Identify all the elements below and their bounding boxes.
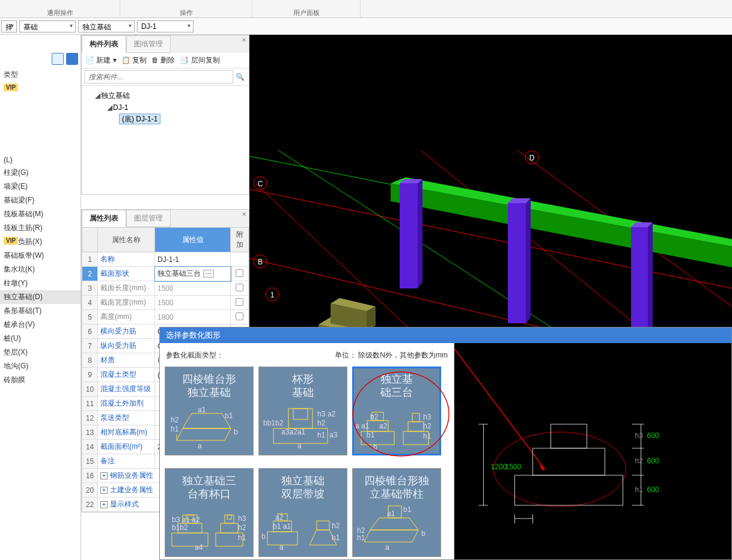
- component-tree: ◢独立基础 ◢DJ-1 (底) DJ-1-1: [82, 86, 249, 194]
- svg-text:h2: h2: [635, 457, 644, 465]
- unit-note: 单位： 除级数N外，其他参数为mm: [335, 350, 448, 361]
- list-view-icon[interactable]: [52, 53, 64, 65]
- copy-button[interactable]: 📋 复制: [121, 55, 147, 65]
- svg-marker-27: [526, 198, 531, 323]
- svg-text:b1: b1: [403, 505, 412, 514]
- shape-option[interactable]: 独立基础三台有杯口b3 a1 a2b1b2a4h3h2h1: [165, 468, 254, 557]
- shape-option[interactable]: 独立基础双层带坡ba2b1 a1ah2h1: [258, 468, 347, 557]
- tree-dj1[interactable]: ◢DJ-1: [84, 102, 246, 113]
- tab-drawing-mgmt[interactable]: 图纸管理: [126, 35, 171, 53]
- nav-item[interactable]: 筏板基础(M): [0, 207, 81, 221]
- shape-preview: 1200 1500 h3 600 h2 600 h1 600: [454, 343, 731, 559]
- svg-rect-71: [412, 413, 419, 422]
- grid-view-icon[interactable]: [66, 53, 78, 65]
- property-row[interactable]: 2截面形状独立基础三台⋯: [82, 267, 249, 281]
- new-button[interactable]: 📄 新建 ▾: [85, 55, 117, 65]
- svg-text:h1: h1: [171, 425, 179, 433]
- nav-item[interactable]: 集水坑(K): [0, 263, 81, 276]
- col-value: 属性值: [155, 228, 231, 252]
- svg-marker-100: [364, 530, 418, 542]
- ribbon-group-user: 用户面板: [293, 8, 320, 17]
- nav-item[interactable]: 桩承台(V): [0, 318, 81, 332]
- svg-text:600: 600: [647, 457, 659, 465]
- panel-close-icon[interactable]: ✕: [242, 37, 246, 43]
- svg-rect-112: [515, 475, 623, 505]
- nav-item[interactable]: 柱梁(G): [0, 166, 81, 180]
- svg-text:a1: a1: [198, 406, 206, 414]
- svg-rect-113: [533, 448, 605, 475]
- tree-root[interactable]: ◢独立基础: [84, 90, 246, 102]
- search-icon[interactable]: 🔍: [233, 70, 246, 84]
- nav-item[interactable]: 墙梁(E): [0, 180, 81, 193]
- dialog-title: 选择参数化图形: [160, 327, 731, 343]
- combo-select[interactable]: 择: [1, 20, 17, 32]
- shape-grid: 四棱锥台形独立基础h1h2aba1b1杯形基础bb1b2a3a2a1h3h2h1…: [165, 367, 449, 560]
- shape-option[interactable]: 独立基础三台a a1b2a2b1bh3h2h1: [352, 367, 441, 455]
- vip-badge: VIP: [4, 84, 18, 91]
- nav-item[interactable]: 基础梁(F): [0, 193, 81, 207]
- svg-text:b1 a1: b1 a1: [273, 522, 291, 531]
- svg-text:h1: h1: [238, 534, 246, 542]
- nav-item[interactable]: 独立基础(D): [0, 290, 81, 304]
- property-row[interactable]: 4截面宽度(mm)1500: [82, 296, 249, 310]
- nav-item[interactable]: 地沟(G): [0, 359, 81, 373]
- type-label: 类型: [0, 67, 81, 82]
- combo-type[interactable]: 独立基础: [78, 20, 135, 32]
- prop-close-icon[interactable]: ✕: [242, 211, 246, 218]
- nav-item[interactable]: 垫层(X): [0, 345, 81, 359]
- shape-option[interactable]: 杯形基础bb1b2a3a2a1h3h2h1a2a3a: [258, 367, 347, 455]
- nav-item[interactable]: (L): [0, 154, 81, 166]
- svg-text:h2: h2: [238, 523, 246, 532]
- svg-text:a3: a3: [329, 431, 338, 439]
- tree-dj1-1[interactable]: (底) DJ-1-1: [84, 113, 246, 126]
- shape-option[interactable]: 四棱锥台形独立基础h1h2aba1b1: [165, 367, 254, 455]
- shape-option[interactable]: 四棱锥台形独立基础带柱h2h1abb1a1: [352, 468, 441, 557]
- svg-text:b1: b1: [225, 412, 233, 420]
- svg-rect-97: [317, 521, 329, 530]
- nav-item[interactable]: 基础板带(W): [0, 249, 81, 263]
- delete-button[interactable]: 🗑 删除: [151, 55, 175, 65]
- nav-item[interactable]: 条形基础(T): [0, 304, 81, 318]
- property-row[interactable]: 5高度(mm)1800: [82, 310, 249, 324]
- svg-marker-101: [370, 518, 418, 530]
- nav-item[interactable]: 筏板主筋(R): [0, 221, 81, 235]
- svg-text:600: 600: [647, 431, 659, 440]
- ribbon: 通用操作 操作 用户面板: [0, 0, 732, 18]
- nav-list: (L)柱梁(G)墙梁(E)基础梁(F)筏板基础(M)筏板主筋(R)筏板负筋(X)…: [0, 153, 81, 388]
- component-panel: 构件列表 图纸管理 ✕ 📄 新建 ▾ 📋 复制 🗑 删除 📑 层间复制 🔍 ◢独…: [81, 35, 249, 195]
- svg-rect-51: [288, 409, 313, 428]
- combo-category[interactable]: 基础: [19, 20, 76, 32]
- tab-layer-mgmt[interactable]: 图层管理: [126, 210, 171, 227]
- svg-text:b1b2: b1b2: [172, 523, 188, 532]
- tab-component-list[interactable]: 构件列表: [82, 35, 126, 53]
- svg-text:a4: a4: [195, 543, 203, 551]
- svg-marker-24: [418, 179, 422, 288]
- svg-text:b: b: [373, 443, 377, 449]
- svg-text:a2: a2: [328, 410, 336, 418]
- floor-copy-button[interactable]: 📑 层间复制: [180, 55, 219, 65]
- svg-rect-85: [227, 515, 231, 519]
- svg-line-109: [455, 349, 545, 469]
- svg-marker-20: [391, 183, 732, 267]
- property-row[interactable]: 1名称DJ-1-1: [82, 252, 249, 267]
- nav-item[interactable]: 砖胎膜: [0, 373, 81, 387]
- search-input[interactable]: [84, 70, 233, 84]
- col-extra: 附加: [231, 228, 249, 252]
- svg-text:b: b: [261, 532, 266, 541]
- nav-item[interactable]: 桩(U): [0, 332, 81, 345]
- svg-text:a3a2a1: a3a2a1: [281, 428, 305, 436]
- combo-instance[interactable]: DJ-1: [137, 20, 194, 32]
- svg-marker-110: [539, 463, 545, 470]
- nav-item[interactable]: 柱墩(Y): [0, 276, 81, 290]
- svg-text:a a1: a a1: [355, 422, 370, 430]
- svg-text:h3: h3: [423, 413, 432, 421]
- svg-text:h1: h1: [332, 534, 340, 542]
- svg-text:b1: b1: [367, 431, 375, 439]
- svg-text:a1: a1: [387, 510, 395, 518]
- shape-type-label: 参数化截面类型：: [166, 350, 224, 361]
- tab-property-list[interactable]: 属性列表: [82, 210, 126, 227]
- svg-text:h2: h2: [317, 419, 326, 427]
- property-row[interactable]: 3截面长度(mm)1500: [82, 281, 249, 296]
- svg-text:h1: h1: [317, 431, 326, 439]
- svg-rect-83: [221, 523, 238, 533]
